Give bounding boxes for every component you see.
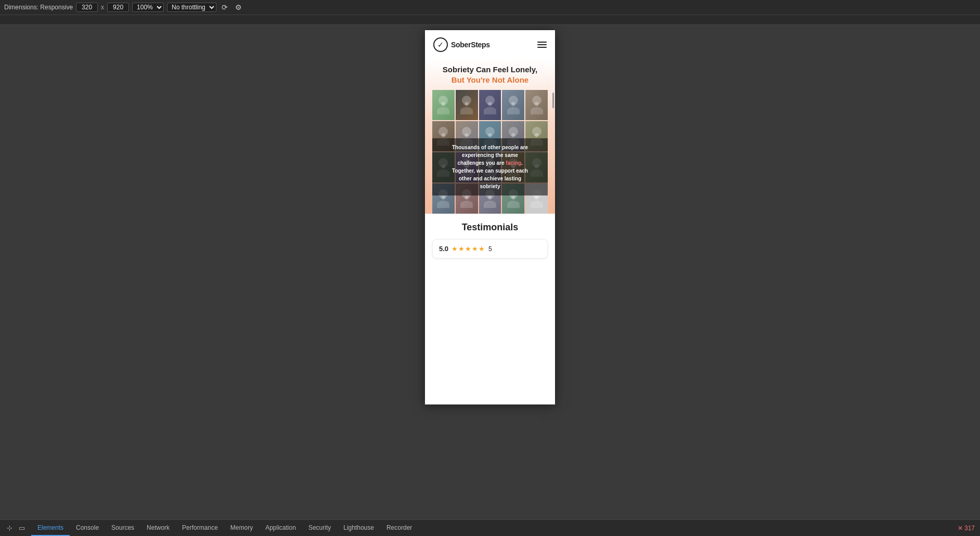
hero-title-accent: But You're Not Alone [452,75,528,84]
ruler-marks [0,15,980,24]
device-icon[interactable]: ▭ [17,523,27,533]
devtools-tool-icons: ⊹ ▭ [0,520,31,536]
devtools-bottombar: ⊹ ▭ Elements Console Sources Network Per… [0,519,980,536]
testimonials-section: Testimonials 5.0 ★★★★★ 5 [425,214,555,264]
error-number: 317 [964,525,975,532]
tab-console[interactable]: Console [70,520,105,536]
tab-sources[interactable]: Sources [105,520,140,536]
logo-text: SoberSteps [451,41,490,49]
logo-icon: ✓ [433,37,448,52]
tab-elements[interactable]: Elements [31,520,70,536]
dimension-x: x [101,4,104,11]
hero-title: Sobriety Can Feel Lonely, But You're Not… [432,64,548,85]
hero-title-line1: Sobriety Can Feel Lonely, [443,65,537,74]
rotate-icon[interactable]: ⟳ [220,2,230,12]
photo-cell [456,90,478,120]
photo-grid: Thousands of other people are experienci… [432,90,548,214]
hamburger-line [537,44,547,45]
photo-overlay: Thousands of other people are experienci… [432,120,548,214]
photo-cell [502,90,524,120]
throttle-select[interactable]: No throttling Fast 3G Slow 3G [167,3,216,12]
devtools-topbar: Dimensions: Responsive x 100% 75% 50% No… [0,0,980,15]
rating-row: 5.0 ★★★★★ 5 [439,245,541,253]
photo-cell [432,90,455,120]
app-navbar: ✓ SoberSteps [425,30,555,59]
error-icon: ✕ [958,525,963,532]
rating-partial: 5 [488,245,492,253]
app-logo: ✓ SoberSteps [433,37,490,52]
mobile-preview: ✓ SoberSteps Sobriety Can Feel Lonely, B… [425,30,555,404]
hamburger-menu[interactable] [537,42,547,48]
cursor-icon[interactable]: ⊹ [4,523,15,533]
zoom-select[interactable]: 100% 75% 50% [132,3,164,12]
ruler-area [0,15,980,25]
checkmark-icon: ✓ [437,41,444,49]
tab-lighthouse[interactable]: Lighthouse [337,520,380,536]
stars: ★★★★★ [452,245,485,253]
overlay-highlight: facing [506,160,521,166]
tab-application[interactable]: Application [259,520,302,536]
tab-network[interactable]: Network [140,520,176,536]
photo-cell [525,90,548,120]
rating-card: 5.0 ★★★★★ 5 [432,239,548,258]
devtools-right: ✕ 317 [952,520,980,536]
tab-performance[interactable]: Performance [176,520,224,536]
overlay-text: Thousands of other people are experienci… [432,138,548,195]
photo-cell [479,90,501,120]
error-count: ✕ 317 [958,525,975,532]
hamburger-line [537,42,547,43]
testimonials-title: Testimonials [432,222,548,233]
tab-memory[interactable]: Memory [224,520,259,536]
tab-bar-spacer [418,520,952,536]
viewport-area: ✓ SoberSteps Sobriety Can Feel Lonely, B… [0,25,980,519]
tab-security[interactable]: Security [302,520,337,536]
tab-recorder[interactable]: Recorder [380,520,418,536]
scrollbar-indicator[interactable] [552,93,554,108]
rating-score: 5.0 [439,245,448,253]
width-input[interactable] [76,3,98,12]
height-input[interactable] [107,3,129,12]
hero-section: Sobriety Can Feel Lonely, But You're Not… [425,59,555,214]
hamburger-line [537,47,547,48]
dimensions-label: Dimensions: Responsive [4,4,73,11]
settings-icon[interactable]: ⚙ [233,2,243,12]
